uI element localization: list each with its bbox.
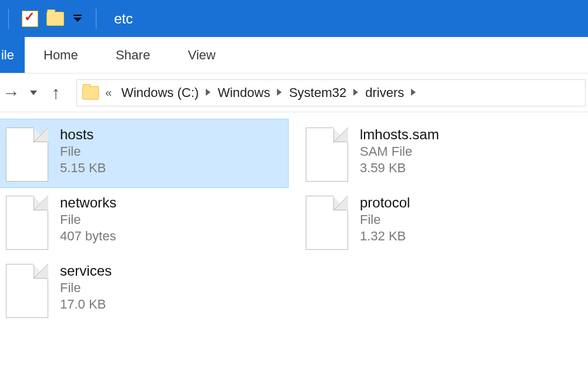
file-type: SAM File [360, 144, 439, 159]
breadcrumb[interactable]: « Windows (C:) Windows System32 drivers [76, 79, 586, 106]
file-name: lmhosts.sam [360, 126, 439, 143]
file-size: 3.59 KB [360, 160, 439, 176]
window-title: etc [114, 11, 133, 27]
file-size: 1.32 KB [360, 229, 410, 244]
file-meta: lmhosts.sam SAM File 3.59 KB [360, 125, 439, 176]
folder-icon [82, 86, 99, 99]
file-size: 17.0 KB [60, 297, 112, 312]
file-meta: services File 17.0 KB [60, 262, 112, 312]
file-item-services[interactable]: services File 17.0 KB [0, 256, 288, 324]
file-type: File [60, 212, 116, 227]
file-icon [306, 128, 348, 182]
file-name: services [60, 263, 112, 279]
file-meta: hosts File 5.15 KB [60, 125, 106, 176]
tab-file[interactable]: ile [0, 37, 25, 73]
empty-cell [300, 256, 588, 324]
quick-access-toolbar [4, 9, 101, 29]
file-icon [6, 264, 48, 318]
file-item-protocol[interactable]: protocol File 1.32 KB [300, 187, 588, 256]
qat-dropdown-icon[interactable] [72, 15, 83, 23]
file-item-lmhosts[interactable]: lmhosts.sam SAM File 3.59 KB [300, 119, 588, 187]
file-list: hosts File 5.15 KB lmhosts.sam SAM File … [0, 112, 588, 324]
properties-icon[interactable] [22, 11, 38, 27]
chevron-right-icon[interactable] [276, 86, 283, 99]
recent-locations-button[interactable] [22, 82, 45, 104]
chevron-right-icon[interactable] [352, 86, 359, 99]
file-name: protocol [360, 195, 410, 211]
tab-view[interactable]: View [169, 37, 234, 73]
folder-icon[interactable] [46, 12, 64, 26]
file-icon [306, 196, 348, 250]
breadcrumb-segment[interactable]: Windows (C:) [116, 85, 203, 100]
file-type: File [360, 212, 410, 227]
breadcrumb-segment[interactable]: drivers [360, 85, 409, 100]
breadcrumb-segment[interactable]: System32 [284, 85, 351, 100]
file-type: File [60, 280, 112, 296]
file-icon [6, 128, 48, 182]
file-size: 5.15 KB [60, 160, 106, 176]
address-bar: « Windows (C:) Windows System32 drivers [0, 73, 588, 112]
breadcrumb-segment[interactable]: Windows [213, 85, 275, 100]
chevron-right-icon[interactable] [410, 86, 417, 99]
qat-separator [8, 9, 9, 29]
file-icon [6, 196, 48, 250]
file-item-networks[interactable]: networks File 407 bytes [0, 187, 288, 256]
file-name: networks [60, 195, 116, 211]
file-size: 407 bytes [60, 229, 116, 244]
file-meta: protocol File 1.32 KB [360, 193, 410, 244]
tab-share[interactable]: Share [97, 37, 169, 73]
file-name: hosts [60, 126, 106, 143]
forward-button[interactable] [0, 82, 22, 104]
up-button[interactable] [45, 82, 67, 104]
file-item-hosts[interactable]: hosts File 5.15 KB [0, 119, 288, 187]
chevron-right-icon[interactable] [205, 86, 212, 99]
file-meta: networks File 407 bytes [60, 193, 116, 244]
titlebar: etc [0, 0, 588, 37]
file-type: File [60, 144, 106, 159]
qat-separator [96, 9, 96, 29]
tab-home[interactable]: Home [25, 37, 97, 73]
ribbon-tabs: ile Home Share View [0, 37, 588, 73]
breadcrumb-overflow[interactable]: « [102, 86, 115, 99]
